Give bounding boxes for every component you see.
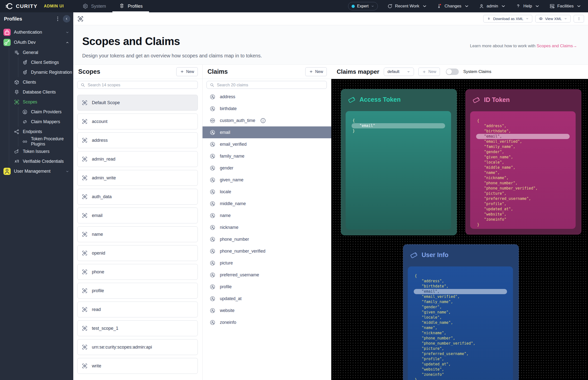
claim-row-email-verified[interactable]: email_verified — [203, 138, 331, 150]
scope-card-default-scope[interactable]: Default Scope — [77, 95, 198, 111]
claim-row-address[interactable]: address — [203, 91, 331, 103]
chevron-down-icon — [501, 3, 506, 9]
scope-card-profile[interactable]: profile — [77, 283, 198, 299]
changes-menu[interactable]: Changes — [437, 3, 469, 9]
mapper-select[interactable]: default — [384, 68, 414, 76]
claim-person-icon — [209, 248, 216, 254]
tab-system-label: System — [91, 4, 106, 9]
claim-name: address — [220, 94, 235, 99]
claim-row-zoneinfo[interactable]: zoneinfo — [203, 316, 331, 328]
system-claims-toggle[interactable] — [446, 69, 459, 75]
sidebar-item-oauth-dev[interactable]: OAuth Dev — [0, 37, 73, 48]
sidebar-item-verifiable-credentials[interactable]: Verifiable Credentials — [9, 156, 73, 166]
scope-card-admin-read[interactable]: admin_read — [77, 151, 198, 167]
sidebar-item-general[interactable]: General — [9, 48, 73, 57]
claim-row-given-name[interactable]: given_name — [203, 174, 331, 186]
sidebar-item-token-issuers[interactable]: Token Issuers — [9, 146, 73, 156]
sidebar-item-scopes[interactable]: Scopes — [9, 97, 73, 107]
sidebar-item-clients[interactable]: Clients — [9, 77, 73, 87]
sidebar-item-client-settings[interactable]: Client Settings — [18, 57, 73, 67]
scope-card-test-scope-1[interactable]: test_scope_1 — [77, 320, 198, 336]
more-options-button[interactable] — [574, 15, 584, 23]
claim-row-custom-auth-time[interactable]: custom_auth_time — [203, 115, 331, 126]
claim-name: custom_auth_time — [220, 118, 255, 123]
claim-row-locale[interactable]: locale — [203, 186, 331, 198]
claim-row-family-name[interactable]: family_name — [203, 150, 331, 162]
code-line: "picture", — [470, 191, 576, 196]
scope-name: account — [92, 119, 107, 124]
code-line: "preferred_username", — [408, 351, 513, 356]
new-scope-button[interactable]: New — [176, 67, 198, 76]
claim-person-icon — [209, 224, 216, 231]
expert-mode-selector[interactable]: Expert — [348, 2, 378, 10]
view-xml-button[interactable]: View XML — [535, 15, 571, 23]
sidebar-item-dynamic-registration[interactable]: Dynamic Registration — [18, 67, 73, 77]
claim-row-name[interactable]: name — [203, 210, 331, 221]
scope-card-email[interactable]: email — [77, 208, 198, 223]
sidebar-item-claim-providers[interactable]: Claim Providers — [18, 107, 73, 117]
facilities-menu[interactable]: Facilities — [549, 3, 582, 9]
sidebar-item-claim-mappers[interactable]: Claim Mappers — [18, 117, 73, 127]
scope-card-address[interactable]: address — [77, 132, 198, 148]
claim-row-phone-number[interactable]: phone_number — [203, 233, 331, 245]
code-line: "name", — [470, 170, 576, 175]
code-line: } — [470, 222, 576, 227]
new-mapper-button[interactable]: New — [418, 68, 440, 76]
scope-card-write[interactable]: write — [77, 358, 198, 374]
tab-profiles[interactable]: Profiles — [112, 0, 149, 12]
claim-row-gender[interactable]: gender — [203, 162, 331, 174]
sidebar-item-endpoints[interactable]: Endpoints — [9, 127, 73, 137]
scope-card-account[interactable]: account — [77, 114, 198, 129]
scope-name: address — [92, 138, 108, 143]
layers-icon — [119, 3, 125, 9]
claim-row-updated-at[interactable]: updated_at — [203, 293, 331, 305]
claim-row-website[interactable]: website — [203, 305, 331, 316]
claims-panel: Claims New addressbirthdatecustom_auth_t… — [203, 65, 331, 380]
view-xml-label: View XML — [545, 17, 562, 21]
claim-row-preferred-username[interactable]: preferred_username — [203, 269, 331, 281]
scope-card-phone[interactable]: phone — [77, 264, 198, 280]
claim-row-email[interactable]: email — [203, 126, 331, 138]
sidebar-collapse-button[interactable] — [63, 15, 70, 23]
gear-icon — [82, 3, 88, 9]
code-line: "name", — [408, 325, 513, 331]
expert-dot-icon — [352, 5, 355, 8]
claim-row-profile[interactable]: profile — [203, 281, 331, 293]
help-menu[interactable]: Help — [515, 3, 540, 9]
scopes-search-input[interactable] — [88, 83, 195, 87]
new-claim-button[interactable]: New — [305, 67, 327, 76]
scope-name: openid — [92, 251, 105, 256]
sidebar-item-label: Database Clients — [23, 90, 56, 95]
scope-card-name[interactable]: name — [77, 226, 198, 242]
sidebar-item-database-clients[interactable]: Database Clients — [9, 87, 73, 97]
scope-icon — [82, 175, 88, 181]
scope-card-admin-write[interactable]: admin_write — [77, 170, 198, 186]
tab-system[interactable]: System — [76, 0, 112, 12]
scope-card-auth-data[interactable]: auth_data — [77, 189, 198, 205]
claims-search-input[interactable] — [217, 83, 324, 87]
download-as-xml-button[interactable]: Download as XML — [483, 15, 532, 23]
claim-row-birthdate[interactable]: birthdate — [203, 103, 331, 115]
scope-card-openid[interactable]: openid — [77, 245, 198, 261]
sidebar-item-authentication[interactable]: Authentication — [0, 27, 73, 37]
claim-row-nickname[interactable]: nickname — [203, 221, 331, 233]
claim-name: preferred_username — [220, 272, 259, 278]
kebab-menu-icon[interactable] — [54, 16, 61, 22]
token-card-header: User Info — [403, 245, 518, 259]
sidebar-item-token-procedure-plugins[interactable]: Token Procedure Plugins — [18, 137, 73, 146]
sidebar-group: GeneralClient SettingsDynamic Registrati… — [9, 48, 73, 166]
claim-row-phone-number-verified[interactable]: phone_number_verified — [203, 245, 331, 257]
scope-card-urn-se-curity-scopes-admin-api[interactable]: urn:se:curity:scopes:admin:api — [77, 339, 198, 355]
scope-card-read[interactable]: read — [77, 302, 198, 317]
claim-row-picture[interactable]: picture — [203, 257, 331, 269]
claim-person-icon — [209, 213, 216, 219]
claims-panel-header: Claims New — [203, 65, 331, 79]
sidebar-item-user-management[interactable]: User Management — [0, 166, 73, 176]
eye-icon — [539, 17, 543, 21]
user-menu[interactable]: admin — [479, 3, 506, 9]
recent-work-menu[interactable]: Recent Work — [387, 3, 427, 9]
claim-person-icon — [209, 272, 216, 278]
scopes-and-claims-link[interactable]: Scopes and Claims→ — [537, 44, 577, 48]
claim-row-middle-name[interactable]: middle_name — [203, 198, 331, 210]
code-line: "address", — [408, 279, 513, 284]
